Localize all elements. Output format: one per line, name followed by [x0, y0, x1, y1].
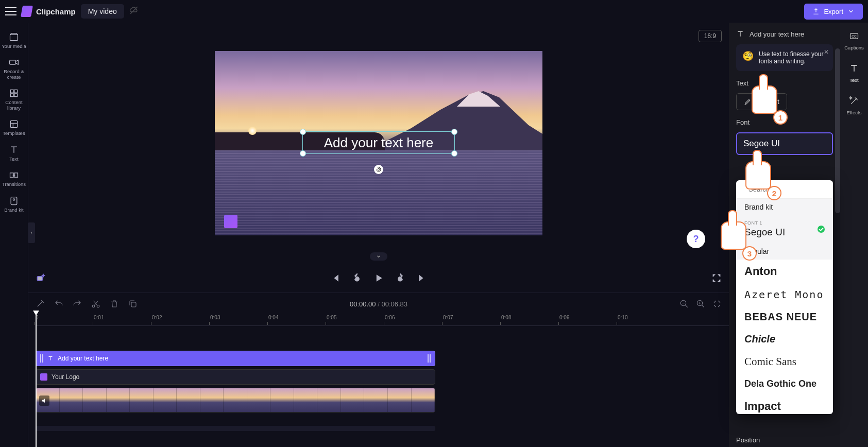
svg-rect-4: [14, 90, 18, 93]
clipchamp-logo-icon: [21, 6, 33, 17]
undo-icon[interactable]: [54, 299, 63, 308]
svg-rect-7: [10, 121, 17, 128]
svg-point-13: [13, 198, 14, 200]
tick: 0:06: [385, 315, 395, 320]
menu-icon[interactable]: [5, 6, 16, 17]
duplicate-icon[interactable]: [128, 299, 138, 308]
export-button[interactable]: Export: [804, 4, 863, 20]
clip-left-handle[interactable]: [40, 354, 43, 363]
tab-effects[interactable]: Effects: [847, 96, 862, 116]
magic-icon[interactable]: [36, 299, 45, 308]
left-sidebar: Your media Record & create Content libra…: [0, 23, 28, 447]
tick: 0:02: [152, 315, 162, 320]
timeline-ruler[interactable]: 00:010:020:030:040:050:060:070:080:090:1…: [36, 315, 729, 326]
font-item[interactable]: Anton: [736, 260, 833, 283]
panel-scrollbar[interactable]: [835, 48, 840, 213]
time-display: 00:00.00 / 00:06.83: [350, 300, 407, 308]
sidebar-transitions[interactable]: Transitions: [1, 167, 27, 190]
resize-handle[interactable]: [300, 129, 306, 135]
fullscreen-icon[interactable]: [711, 273, 722, 283]
back5-icon[interactable]: [352, 273, 362, 283]
position-section-label: Position: [736, 436, 760, 444]
font-search-input[interactable]: [748, 185, 833, 193]
logo-clip[interactable]: Your Logo: [36, 369, 435, 385]
delete-icon[interactable]: [110, 299, 119, 308]
tick: 0:10: [618, 315, 627, 320]
text-icon: [736, 30, 744, 38]
cut-icon[interactable]: [91, 299, 100, 308]
svg-rect-3: [10, 90, 13, 93]
sync-off-icon[interactable]: [129, 6, 139, 17]
tick: 0:05: [327, 315, 336, 320]
play-button[interactable]: [373, 273, 384, 283]
resize-handle[interactable]: [451, 129, 457, 135]
tab-captions[interactable]: CC Captions: [844, 31, 864, 51]
redo-icon[interactable]: [73, 299, 82, 308]
font-group-brandkit[interactable]: Brand kit: [736, 199, 833, 215]
audio-track[interactable]: [36, 426, 435, 431]
sidebar-content-library[interactable]: Content library: [1, 85, 27, 114]
sidebar-brandkit[interactable]: Brand kit: [1, 193, 27, 216]
mute-icon[interactable]: [39, 396, 49, 406]
font-select[interactable]: Segoe UI: [736, 132, 833, 155]
resize-handle[interactable]: [300, 150, 306, 157]
sidebar-record[interactable]: Record & create: [1, 54, 27, 83]
chevron-down-icon: [847, 8, 855, 15]
playhead[interactable]: [36, 315, 37, 447]
font-item[interactable]: Chicle: [736, 328, 833, 350]
font-item-segoe[interactable]: FONT 1 Segoe UI: [736, 215, 833, 243]
tick: 0:04: [268, 315, 278, 320]
font-item[interactable]: Azeret Mono: [736, 283, 833, 306]
svg-rect-14: [37, 277, 42, 281]
video-preview[interactable]: Add your text here: [215, 51, 542, 235]
font-item[interactable]: BEBAS NEUE: [736, 306, 833, 328]
collapse-right-icon[interactable]: [724, 229, 731, 249]
svg-line-0: [130, 7, 138, 14]
logo-overlay[interactable]: [224, 215, 237, 228]
right-rail: CC Captions Text Effects: [840, 23, 868, 447]
sidebar-your-media[interactable]: Your media: [1, 29, 27, 52]
font-section-label: Font: [736, 118, 833, 126]
zoom-out-icon[interactable]: [679, 299, 689, 308]
rotate-handle[interactable]: [374, 165, 383, 174]
enhance-icon[interactable]: [36, 273, 46, 283]
brand: Clipchamp: [22, 6, 76, 17]
skip-back-icon[interactable]: [330, 273, 341, 283]
svg-rect-5: [10, 94, 13, 97]
export-label: Export: [824, 8, 843, 15]
clip-right-handle[interactable]: [428, 354, 431, 363]
text-overlay[interactable]: Add your text here: [302, 131, 455, 154]
close-icon[interactable]: ✕: [824, 48, 829, 56]
transport-bar: [28, 264, 729, 293]
font-search[interactable]: [736, 180, 833, 199]
zoom-fit-icon[interactable]: [712, 299, 722, 308]
pencil-icon: [744, 98, 751, 106]
aspect-ratio-button[interactable]: 16:9: [699, 30, 722, 42]
skip-forward-icon[interactable]: [417, 273, 427, 283]
resize-handle[interactable]: [451, 150, 457, 157]
font-item[interactable]: Dela Gothic One: [736, 373, 833, 394]
font-dropdown: Brand kit FONT 1 Segoe UI Popular Anton …: [736, 180, 833, 414]
video-title[interactable]: My video: [81, 4, 124, 19]
help-button[interactable]: ?: [687, 230, 705, 248]
edit-text-button[interactable]: Edit text: [736, 93, 787, 110]
svg-rect-6: [14, 94, 18, 97]
forward5-icon[interactable]: [395, 273, 405, 283]
collapse-stage-icon[interactable]: [370, 252, 387, 261]
check-icon: [818, 226, 825, 233]
clipchamp-logo-icon: [40, 373, 47, 381]
svg-rect-17: [131, 302, 136, 307]
font-item[interactable]: Comic Sans: [736, 350, 833, 373]
font-group-popular[interactable]: Popular: [736, 243, 833, 260]
text-icon: [47, 355, 54, 362]
sidebar-templates[interactable]: Templates: [1, 116, 27, 139]
text-section-label: Text: [736, 79, 833, 87]
font-item[interactable]: Impact: [736, 394, 833, 414]
tick: 0:03: [210, 315, 220, 320]
sidebar-text[interactable]: Text: [1, 142, 27, 165]
zoom-in-icon[interactable]: [696, 299, 705, 308]
text-clip[interactable]: Add your text here: [36, 351, 435, 366]
svg-rect-12: [11, 197, 17, 204]
video-clip[interactable]: [36, 388, 435, 412]
tab-text[interactable]: Text: [849, 63, 859, 83]
